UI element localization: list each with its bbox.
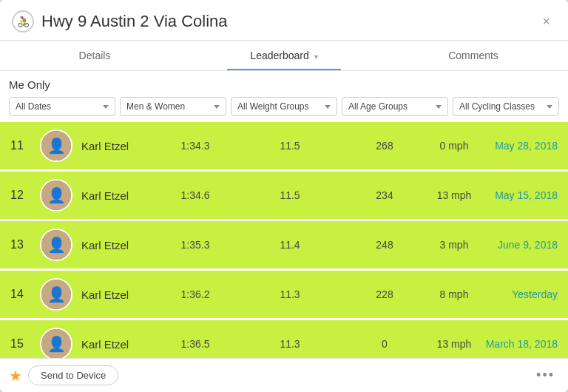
wind-stat: 13 mph	[432, 189, 476, 201]
tab-details[interactable]: Details	[0, 41, 189, 70]
speed-stat: 11.3	[243, 338, 337, 350]
power-stat: 248	[337, 239, 432, 251]
time-stat: 1:35.3	[148, 239, 243, 251]
time-stat: 1:36.5	[148, 338, 243, 350]
rank-number: 14	[10, 288, 31, 301]
activity-icon: 🚴	[12, 10, 34, 33]
me-only-label: Me Only	[9, 78, 559, 91]
table-row: 12 👤 Karl Etzel 1:34.6 11.5 234 13 mph M…	[0, 172, 568, 221]
avatar: 👤	[40, 129, 72, 162]
send-to-device-button[interactable]: Send to Device	[28, 365, 118, 385]
close-button[interactable]: ×	[536, 12, 556, 31]
rank-number: 12	[10, 189, 31, 202]
more-options-button[interactable]: •••	[532, 365, 559, 386]
athlete-name: Karl Etzel	[81, 288, 148, 301]
power-stat: 0	[337, 338, 432, 350]
table-row: 14 👤 Karl Etzel 1:36.2 11.3 228 8 mph Ye…	[0, 271, 568, 320]
wind-stat: 13 mph	[432, 338, 476, 350]
chevron-down-icon: ▾	[314, 53, 318, 61]
avatar: 👤	[40, 179, 72, 212]
tab-leaderboard[interactable]: Leaderboard ▾	[189, 41, 379, 70]
filters-row: All Dates Men & Women All Weight Groups …	[9, 97, 559, 116]
date-filter[interactable]: All Dates	[9, 97, 115, 116]
athlete-name: Karl Etzel	[81, 239, 148, 251]
wind-stat: 0 mph	[432, 140, 476, 152]
wind-stat: 8 mph	[432, 288, 476, 300]
athlete-name: Karl Etzel	[81, 189, 148, 202]
time-stat: 1:34.3	[148, 140, 243, 152]
modal-title: Hwy 9 Austin 2 Via Colina	[41, 12, 536, 31]
date-label[interactable]: June 9, 2018	[476, 239, 558, 251]
speed-stat: 11.4	[243, 239, 337, 251]
weight-filter[interactable]: All Weight Groups	[231, 97, 337, 116]
date-label[interactable]: May 28, 2018	[476, 140, 558, 152]
avatar: 👤	[40, 328, 72, 358]
table-row: 15 👤 Karl Etzel 1:36.5 11.3 0 13 mph Mar…	[0, 320, 568, 358]
time-stat: 1:34.6	[148, 189, 243, 201]
athlete-name: Karl Etzel	[81, 140, 148, 152]
rank-number: 13	[10, 238, 31, 251]
date-label[interactable]: May 15, 2018	[476, 189, 558, 201]
table-row: 11 👤 Karl Etzel 1:34.3 11.5 268 0 mph Ma…	[0, 122, 568, 172]
tab-bar: Details Leaderboard ▾ Comments	[0, 41, 568, 71]
speed-stat: 11.5	[243, 140, 337, 152]
age-filter[interactable]: All Age Groups	[342, 97, 448, 116]
power-stat: 234	[337, 189, 432, 201]
filters-section: Me Only All Dates Men & Women All Weight…	[0, 71, 568, 122]
leaderboard-list: 11 👤 Karl Etzel 1:34.3 11.5 268 0 mph Ma…	[0, 122, 568, 358]
power-stat: 228	[337, 288, 432, 300]
cycling-class-filter[interactable]: All Cycling Classes	[453, 97, 559, 116]
star-icon[interactable]: ★	[9, 367, 22, 385]
bottom-toolbar: ★ Send to Device •••	[0, 358, 568, 392]
date-label[interactable]: March 18, 2018	[476, 338, 558, 350]
wind-stat: 3 mph	[432, 239, 476, 251]
modal-window: 🚴 Hwy 9 Austin 2 Via Colina × Details Le…	[0, 0, 568, 392]
speed-stat: 11.5	[243, 189, 337, 201]
avatar: 👤	[40, 278, 72, 311]
rank-number: 11	[10, 139, 31, 152]
power-stat: 268	[337, 140, 432, 152]
speed-stat: 11.3	[243, 288, 337, 300]
athlete-name: Karl Etzel	[81, 338, 148, 351]
modal-header: 🚴 Hwy 9 Austin 2 Via Colina ×	[0, 0, 568, 41]
rank-number: 15	[10, 337, 31, 351]
avatar: 👤	[40, 229, 72, 261]
gender-filter[interactable]: Men & Women	[120, 97, 226, 116]
tab-comments[interactable]: Comments	[379, 41, 568, 70]
date-label[interactable]: Yesterday	[476, 288, 558, 300]
time-stat: 1:36.2	[148, 288, 243, 300]
table-row: 13 👤 Karl Etzel 1:35.3 11.4 248 3 mph Ju…	[0, 221, 568, 271]
